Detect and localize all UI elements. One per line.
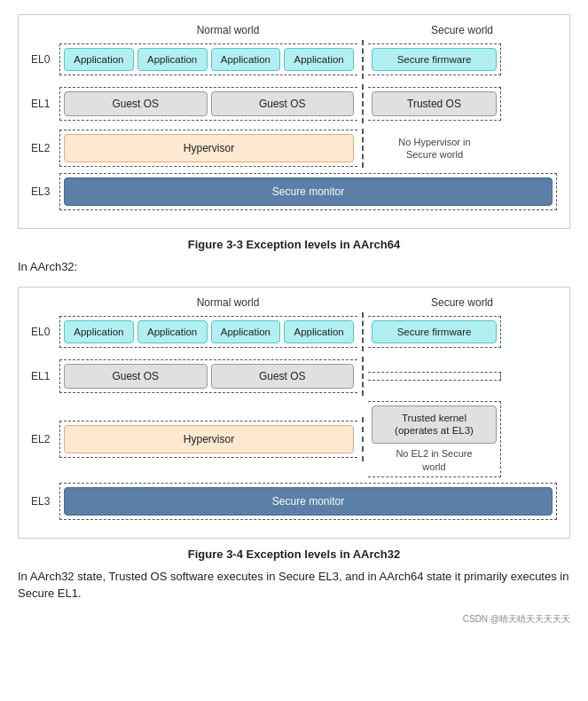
app-box-6: Application bbox=[137, 320, 208, 343]
secure-world-label-1: Secure world bbox=[391, 24, 533, 36]
text-intro: In AArch32: bbox=[18, 258, 570, 276]
diagram1-el1-row: EL1 Guest OS Guest OS Trusted OS bbox=[31, 84, 557, 123]
guestos-box-1: Guest OS bbox=[64, 91, 208, 116]
normal-world-label-2: Normal world bbox=[77, 296, 379, 309]
el1-secure-zone-1: Trusted OS bbox=[368, 87, 501, 121]
secure-firmware-box-1: Secure firmware bbox=[372, 48, 497, 71]
app-box-8: Application bbox=[284, 320, 354, 343]
el2-secure-zone-2: Trusted kernel(operates at EL3) No EL2 i… bbox=[368, 401, 501, 477]
diagram1-el3-row: EL3 Secure monitor bbox=[31, 173, 557, 210]
secure-monitor-box-2: Secure monitor bbox=[64, 487, 553, 516]
el2-label-2: EL2 bbox=[31, 433, 59, 445]
guestos-box-3: Guest OS bbox=[64, 364, 208, 389]
diagram2-el3-row: EL3 Secure monitor bbox=[31, 483, 557, 520]
secure-monitor-box-1: Secure monitor bbox=[64, 177, 553, 206]
hypervisor-box-1: Hypervisor bbox=[64, 134, 354, 162]
el2-normal-zone-2: Hypervisor bbox=[59, 421, 357, 458]
diagram-aarch64: Normal world Secure world EL0 Applicatio… bbox=[18, 14, 570, 229]
diagram1-el0-row: EL0 Application Application Application … bbox=[31, 40, 557, 79]
el3-label-1: EL3 bbox=[31, 185, 59, 198]
no-el2-text: No EL2 in Secureworld bbox=[372, 447, 497, 473]
el0-label-2: EL0 bbox=[31, 326, 59, 338]
el2-label-1: EL2 bbox=[31, 142, 59, 154]
app-box-1: Application bbox=[64, 48, 134, 71]
el0-normal-zone-2: Application Application Application Appl… bbox=[59, 316, 357, 348]
app-box-7: Application bbox=[211, 320, 281, 343]
el0-secure-zone-1: Secure firmware bbox=[368, 43, 501, 75]
trusted-kernel-box: Trusted kernel(operates at EL3) bbox=[372, 406, 497, 445]
diagram2-el1-row: EL1 Guest OS Guest OS bbox=[31, 357, 557, 396]
diagram2-el0-row: EL0 Application Application Application … bbox=[31, 312, 557, 351]
figure-caption-2: Figure 3-4 Exception levels in AArch32 bbox=[18, 547, 570, 561]
no-hypervisor-text-1: No Hypervisor inSecure world bbox=[373, 134, 496, 163]
diagram-aarch32: Normal world Secure world EL0 Applicatio… bbox=[18, 287, 570, 539]
el2-normal-zone-1: Hypervisor bbox=[59, 130, 357, 167]
world-labels-2: Normal world Secure world bbox=[77, 296, 557, 309]
hypervisor-box-2: Hypervisor bbox=[64, 425, 354, 453]
text-footer: In AArch32 state, Trusted OS software ex… bbox=[18, 568, 570, 603]
diagram1-el2-row: EL2 Hypervisor No Hypervisor inSecure wo… bbox=[31, 129, 557, 168]
el1-label-1: EL1 bbox=[31, 98, 59, 110]
el3-zone-1: Secure monitor bbox=[59, 173, 557, 210]
secure-world-label-2: Secure world bbox=[391, 296, 533, 309]
el0-label-1: EL0 bbox=[31, 53, 59, 66]
el0-normal-zone-1: Application Application Application Appl… bbox=[59, 43, 357, 75]
el1-normal-zone-1: Guest OS Guest OS bbox=[59, 87, 357, 121]
world-labels-1: Normal world Secure world bbox=[77, 24, 557, 36]
el2-secure-note-1: No Hypervisor inSecure world bbox=[368, 130, 501, 167]
app-box-4: Application bbox=[284, 48, 354, 71]
guestos-box-2: Guest OS bbox=[211, 91, 355, 116]
el1-secure-zone-2 bbox=[368, 372, 501, 381]
el1-label-2: EL1 bbox=[31, 370, 59, 382]
trusted-os-box-1: Trusted OS bbox=[372, 91, 497, 116]
app-box-5: Application bbox=[64, 320, 134, 343]
watermark-text: CSDN @晴天晴天天天天天 bbox=[18, 613, 570, 626]
el0-secure-zone-2: Secure firmware bbox=[368, 316, 501, 348]
secure-firmware-box-2: Secure firmware bbox=[372, 320, 497, 343]
app-box-3: Application bbox=[211, 48, 281, 71]
el3-label-2: EL3 bbox=[31, 495, 59, 508]
normal-world-label-1: Normal world bbox=[77, 24, 379, 36]
app-box-2: Application bbox=[137, 48, 208, 71]
diagram2-el2-row: EL2 Hypervisor Trusted kernel(operates a… bbox=[31, 401, 557, 477]
guestos-box-4: Guest OS bbox=[211, 364, 355, 389]
figure-caption-1: Figure 3-3 Exception levels in AArch64 bbox=[18, 238, 570, 251]
el1-normal-zone-2: Guest OS Guest OS bbox=[59, 359, 357, 393]
el3-zone-2: Secure monitor bbox=[59, 483, 557, 520]
